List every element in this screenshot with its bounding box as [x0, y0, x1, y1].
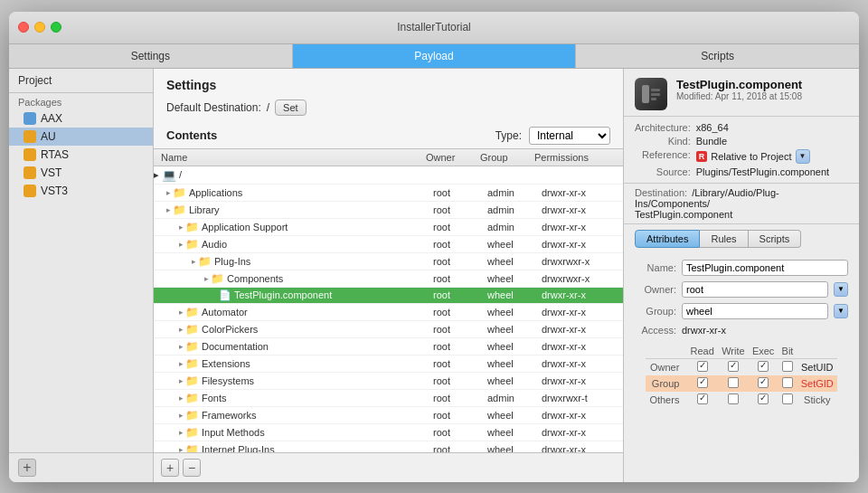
tree-perms: drwxr-xr-x [542, 289, 623, 300]
tree-perms: drwxr-xr-x [542, 341, 623, 352]
set-button[interactable]: Set [275, 100, 307, 116]
tab-rules[interactable]: Rules [700, 230, 748, 248]
right-panel: TestPlugin.component Modified: Apr 11, 2… [624, 69, 859, 482]
main-layout: Project Packages AAX AU RTAS VST VST3 [9, 69, 859, 482]
tree-row[interactable]: ▸📁 Audio root wheel drwxr-xr-x [154, 236, 623, 253]
group-write-cell[interactable] [718, 375, 749, 392]
tree-row[interactable]: ▸📁 Components root wheel drwxrwxr-x [154, 270, 623, 288]
tab-settings[interactable]: Settings [9, 44, 293, 68]
group-read-cell[interactable] [686, 375, 718, 392]
tree-perms: drwxr-xr-x [542, 444, 623, 452]
default-destination-value: / [267, 101, 269, 114]
tree-owner: root [433, 187, 487, 198]
tree-owner: root [433, 393, 487, 403]
type-select[interactable]: Internal [529, 127, 610, 145]
remove-file-button[interactable]: − [183, 459, 201, 477]
tree-name: ▸📁 Documentation [154, 340, 433, 353]
tree-perms: drwxr-xr-x [542, 307, 623, 318]
group-attr-row: Group: ▼ [635, 300, 848, 322]
tab-scripts[interactable]: Scripts [576, 44, 859, 68]
window-title: InstallerTutorial [397, 21, 471, 33]
tree-owner: root [433, 239, 487, 250]
tree-row[interactable]: ▸💻 / [154, 166, 623, 185]
tree-row[interactable]: ▸📁 Automator root wheel drwxr-xr-x [154, 304, 623, 321]
tree-row[interactable]: ▸📁 Application Support root admin drwxr-… [154, 219, 623, 236]
au-icon [24, 130, 36, 143]
setgid-label: SetGID [797, 375, 837, 392]
group-bit-cell[interactable] [778, 375, 797, 392]
zoom-button[interactable] [51, 22, 61, 33]
tree-row[interactable]: ▸📁 Input Methods root wheel drwxr-xr-x [154, 424, 623, 441]
tree-perms: drwxr-xr-x [542, 410, 623, 421]
tree-row[interactable]: ▸📁 Internet Plug-Ins root wheel drwxr-xr… [154, 441, 623, 452]
owner-select-btn[interactable]: ▼ [834, 282, 848, 297]
vst-icon [24, 166, 36, 179]
group-select-btn[interactable]: ▼ [834, 304, 848, 318]
tree-perms: drwxrwxr-x [542, 273, 623, 284]
minimize-button[interactable] [34, 22, 45, 33]
tree-owner: root [433, 375, 487, 386]
default-destination-label: Default Destination: [166, 101, 261, 114]
others-bit-cell[interactable] [778, 392, 797, 408]
col-write: Write [718, 344, 749, 359]
tree-row[interactable]: ▸📁 Documentation root wheel drwxr-xr-x [154, 338, 623, 356]
tree-owner: root [433, 273, 487, 284]
contents-label: Contents [166, 128, 488, 142]
tree-row[interactable]: ▸📁 Plug-Ins root wheel drwxrwxr-x [154, 253, 623, 270]
sidebar-item-vst3[interactable]: VST3 [9, 182, 153, 200]
add-file-button[interactable]: + [161, 459, 179, 477]
owner-attr-input[interactable] [682, 281, 828, 298]
owner-exec-cell[interactable] [749, 358, 778, 375]
tree-row[interactable]: ▸📁 Applications root admin drwxr-xr-x [154, 185, 623, 202]
rtas-icon [24, 148, 36, 161]
tree-row[interactable]: ▸📁 ColorPickers root wheel drwxr-xr-x [154, 321, 623, 338]
sidebar-item-vst[interactable]: VST [9, 164, 153, 182]
tree-row[interactable]: 📄 TestPlugin.component root wheel drwxr-… [154, 288, 623, 304]
sidebar-add-button[interactable]: + [18, 459, 36, 477]
panel-tabs: Attributes Rules Scripts [624, 224, 859, 253]
file-tree-container[interactable]: Name Owner Group Permissions ▸💻 / ▸📁 App… [154, 149, 623, 452]
tree-owner: root [433, 204, 487, 215]
tree-group: wheel [487, 289, 542, 300]
tab-scripts[interactable]: Scripts [749, 230, 802, 248]
setuid-label: SetUID [797, 358, 837, 375]
close-button[interactable] [18, 22, 29, 33]
tree-name: ▸📁 Input Methods [154, 426, 433, 439]
sidebar-item-aax[interactable]: AAX [9, 109, 153, 128]
access-value: drwxr-xr-x [682, 325, 726, 336]
col-name: Name [161, 152, 426, 163]
name-attr-input[interactable] [682, 260, 848, 276]
svg-rect-1 [651, 89, 660, 91]
kind-value: Bundle [696, 136, 848, 147]
group-attr-input[interactable] [682, 303, 828, 319]
others-exec-cell[interactable] [749, 392, 778, 408]
tree-row[interactable]: ▸📁 Library root admin drwxr-xr-x [154, 202, 623, 219]
attributes-section: Name: Owner: ▼ Group: ▼ Access: drwxr-xr… [624, 253, 859, 482]
tree-owner: root [433, 222, 487, 232]
tab-payload[interactable]: Payload [293, 44, 577, 68]
reference-chevron-icon[interactable]: ▼ [796, 149, 810, 164]
tree-group: wheel [487, 375, 542, 386]
tree-name: 📄 TestPlugin.component [154, 289, 433, 301]
sidebar-item-rtas[interactable]: RTAS [9, 146, 153, 164]
tab-attributes[interactable]: Attributes [635, 230, 700, 248]
tree-owner: root [433, 307, 487, 318]
sidebar-item-au[interactable]: AU [9, 128, 153, 146]
others-read-cell[interactable] [686, 392, 718, 408]
destination-label: Destination: [635, 187, 687, 198]
group-exec-cell[interactable] [749, 375, 778, 392]
owner-bit-cell[interactable] [778, 358, 797, 375]
owner-write-cell[interactable] [718, 358, 749, 375]
tree-name: ▸📁 Application Support [154, 221, 433, 233]
tree-owner: root [433, 324, 487, 335]
tree-group: wheel [487, 410, 542, 421]
tree-row[interactable]: ▸📁 Extensions root wheel drwxr-xr-x [154, 356, 623, 373]
tree-row[interactable]: ▸📁 Fonts root admin drwxrwxr-t [154, 390, 623, 407]
settings-heading: Settings [154, 69, 623, 98]
tree-group: admin [487, 204, 542, 215]
tree-row[interactable]: ▸📁 Frameworks root wheel drwxr-xr-x [154, 407, 623, 424]
owner-read-cell[interactable] [686, 358, 718, 375]
tree-row[interactable]: ▸📁 Filesystems root wheel drwxr-xr-x [154, 373, 623, 390]
tree-name: ▸📁 Frameworks [154, 409, 433, 422]
others-write-cell[interactable] [718, 392, 749, 408]
